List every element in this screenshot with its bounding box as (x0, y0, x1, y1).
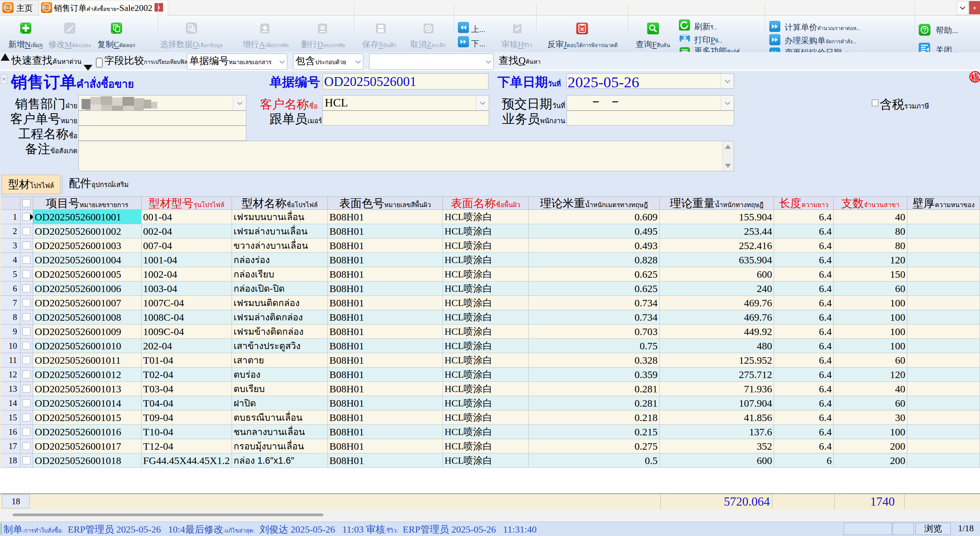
svg-text:?: ? (923, 27, 926, 33)
svg-text:ALU: ALU (4, 6, 11, 10)
svg-text:ALU: ALU (43, 6, 50, 10)
svg-text:核: 核 (969, 71, 980, 83)
